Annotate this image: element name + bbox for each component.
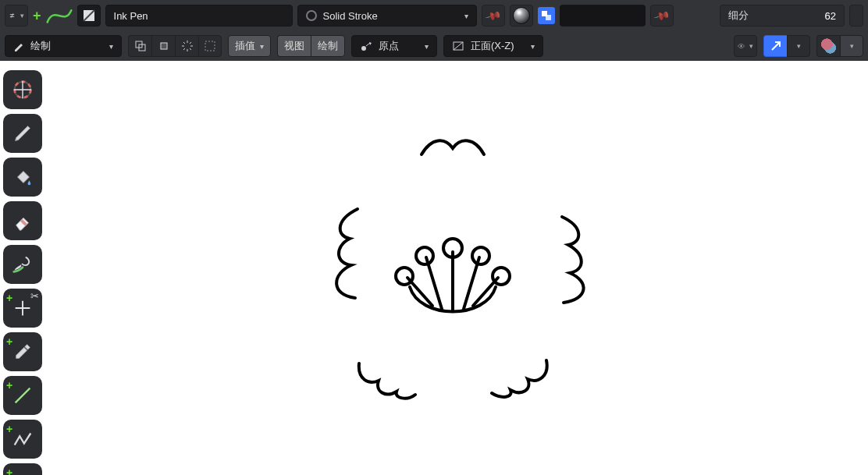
svg-point-15 [472, 247, 489, 264]
line-icon [11, 384, 34, 407]
plus-badge-icon: + [6, 292, 12, 304]
seg-btn-3[interactable] [175, 35, 198, 57]
cursor-3d-icon [11, 78, 34, 101]
plus-badge-icon: + [6, 335, 12, 348]
scissors-icon: ✂ [30, 290, 39, 302]
view-button[interactable]: 视图 [277, 35, 311, 57]
pencil-icon [13, 41, 24, 51]
eyedropper-icon [11, 340, 34, 363]
svg-point-16 [396, 268, 413, 285]
pin-material-button[interactable]: 📌 [482, 5, 505, 27]
arrow-out-icon [769, 39, 783, 53]
polyline-icon [11, 427, 34, 451]
tool-eyedropper[interactable]: + [3, 332, 42, 371]
box-front-icon [158, 40, 170, 52]
seg-btn-1[interactable] [128, 35, 151, 57]
draw-label: 绘制 [318, 39, 338, 53]
blue-toggle-button[interactable] [538, 7, 555, 24]
brush-name-field[interactable]: Ink Pen [105, 5, 293, 27]
svg-rect-2 [546, 15, 551, 20]
interp-label: 插值 [235, 39, 255, 53]
overlap-dropdown[interactable]: ▾ [840, 35, 863, 57]
overlap-button[interactable] [816, 35, 840, 57]
subdivision-label: 细分 [728, 9, 749, 23]
seg-btn-4[interactable] [198, 35, 222, 57]
subdivision-field[interactable]: 细分 62 [720, 5, 845, 27]
box-back-icon [134, 40, 147, 52]
tint-brush-icon [11, 253, 34, 276]
grease-pencil-icon-button[interactable]: ▾ [5, 5, 28, 27]
stroke-material-dropdown[interactable]: Solid Stroke [297, 5, 477, 27]
drawing-content [47, 61, 868, 475]
svg-point-10 [741, 45, 742, 47]
guide-segment: ▾ [763, 35, 810, 57]
tool-draw-curve[interactable]: + [3, 463, 42, 475]
mode-dropdown[interactable]: 绘制 [5, 35, 122, 57]
overlay-icon [541, 10, 552, 21]
mode-label: 绘制 [30, 39, 51, 53]
plus-badge-icon: + [6, 379, 12, 392]
origin-icon [360, 40, 372, 52]
tool-draw-line[interactable]: + [3, 376, 42, 415]
plane-label: 正面(X-Z) [471, 39, 514, 53]
tool-tint-brush[interactable] [3, 245, 42, 284]
interp-dropdown[interactable]: 插值 [228, 35, 271, 57]
plus-badge-icon: + [6, 423, 12, 435]
not-equal-icon [9, 8, 16, 23]
brush-name-text: Ink Pen [114, 10, 148, 22]
color-slot[interactable] [560, 5, 646, 27]
svg-rect-7 [205, 41, 215, 51]
overlap-circles-icon [820, 37, 837, 55]
stroke-material-label: Solid Stroke [323, 10, 378, 22]
circle-outline-icon [306, 10, 317, 21]
header-toolbar: 绘制 插值 视图 绘制 原点 正面(X [0, 31, 868, 61]
visibility-button[interactable]: ▾ [734, 35, 757, 57]
stroke-preview-icon [46, 5, 73, 27]
pin-icon: 📌 [484, 7, 502, 24]
trailing-expand-button[interactable] [849, 5, 863, 27]
plane-icon [452, 40, 464, 52]
page-icon [82, 9, 96, 23]
draw-button[interactable]: 绘制 [311, 35, 345, 57]
overlap-segment: ▾ [816, 35, 863, 57]
svg-point-14 [416, 247, 433, 264]
dashed-box-icon [204, 40, 216, 52]
plane-dropdown[interactable]: 正面(X-Z) [443, 35, 543, 57]
pencil-icon [11, 122, 34, 145]
origin-label: 原点 [379, 39, 399, 53]
layer-option-segment [128, 35, 222, 57]
pin-color-button[interactable]: 📌 [650, 5, 674, 27]
brush-thumbnail[interactable] [77, 5, 101, 27]
curve-icon [11, 471, 34, 475]
guide-button-active[interactable] [763, 35, 787, 57]
fill-bucket-icon [11, 165, 34, 189]
svg-point-17 [493, 268, 510, 285]
tool-cutter[interactable]: + ✂ [3, 289, 42, 328]
view-draw-segment: 视图 绘制 [277, 35, 345, 57]
sphere-icon [513, 7, 530, 24]
add-plus-icon: + [33, 8, 41, 24]
view-label: 视图 [284, 39, 304, 53]
tool-fill-bucket[interactable] [3, 158, 42, 197]
seg-btn-2[interactable] [151, 35, 175, 57]
guide-dropdown[interactable]: ▾ [787, 35, 810, 57]
shading-sphere-button[interactable] [510, 5, 533, 27]
burst-icon [181, 40, 194, 52]
header-topbar: ▾ + Ink Pen Solid Stroke 📌 📌 细分 62 [0, 0, 868, 31]
tool-draw-polyline[interactable]: + [3, 420, 42, 459]
tool-pencil[interactable] [3, 114, 42, 153]
visibility-segment: ▾ [734, 35, 757, 57]
tool-cursor-3d[interactable] [3, 70, 42, 109]
svg-rect-5 [161, 43, 167, 49]
origin-dropdown[interactable]: 原点 [351, 35, 437, 57]
viewport-canvas[interactable] [47, 61, 868, 475]
eraser-icon [11, 209, 34, 232]
plus-badge-icon: + [6, 466, 12, 475]
eye-icon [738, 39, 745, 53]
tool-rail: + ✂ + + + + [0, 70, 45, 475]
subdivision-value: 62 [825, 10, 836, 22]
pin-icon: 📌 [653, 7, 671, 24]
tool-eraser[interactable] [3, 201, 42, 240]
svg-point-8 [361, 46, 366, 51]
